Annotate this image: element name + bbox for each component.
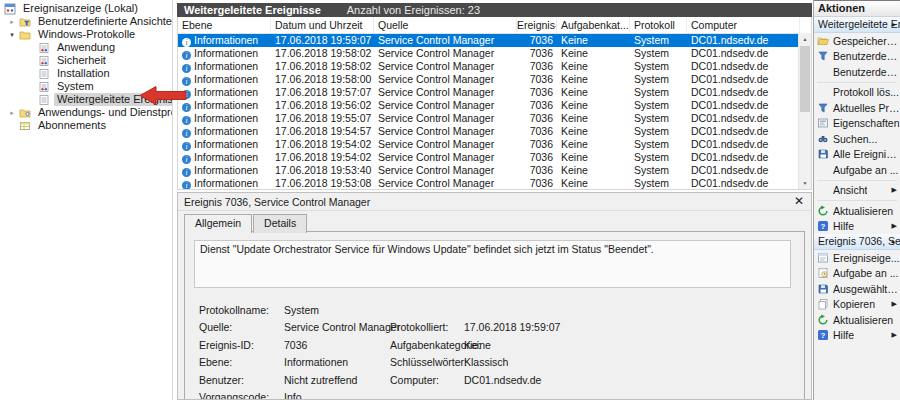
cell-computer: DC01.ndsedv.de <box>687 125 800 138</box>
column-header[interactable]: Computer <box>687 17 800 33</box>
action-item-label: Protokoll lös... <box>833 86 899 98</box>
action-item[interactable]: Aufgabe an ... <box>814 266 900 282</box>
column-header[interactable]: Aufgabenkat... <box>557 17 630 33</box>
events-table-scrollbar[interactable]: ▲ ▼ <box>798 33 811 189</box>
copy-icon <box>817 298 830 310</box>
cell-log: System <box>630 34 687 47</box>
tab-details[interactable]: Details <box>253 214 307 233</box>
event-row[interactable]: iInformationen17.06.2018 19:56:02Service… <box>178 99 811 112</box>
action-item[interactable]: ?Hilfe▶ <box>814 219 900 235</box>
cell-source: Service Control Manager <box>374 47 517 60</box>
event-row[interactable]: iInformationen17.06.2018 19:55:07Service… <box>178 112 811 125</box>
tree-item[interactable]: Anwendung <box>0 41 172 54</box>
field-label: Protokolliert: <box>390 321 448 333</box>
cell-datetime: 17.06.2018 19:53:08 <box>271 177 374 190</box>
action-item[interactable]: Aktualisieren <box>814 312 900 328</box>
collapse-arrow-icon[interactable]: ▾ <box>5 28 19 41</box>
scrollbar-thumb[interactable] <box>800 46 810 112</box>
close-icon[interactable]: ✕ <box>794 194 804 208</box>
action-item[interactable]: Ausgewählte... <box>814 281 900 297</box>
event-detail-pane: Ereignis 7036, Service Control Manager ✕… <box>177 192 812 400</box>
cell-level: Informationen <box>194 86 258 98</box>
cell-id: 7036 <box>517 99 557 112</box>
action-item[interactable]: Aktuelles Pro... <box>814 100 900 116</box>
field-value: Info <box>284 391 302 399</box>
cell-category: Keine <box>557 60 630 73</box>
action-item-label: Ausgewählte... <box>833 283 900 295</box>
tree-item[interactable]: ▾Windows-Protokolle <box>0 28 172 41</box>
action-item[interactable]: Ansicht▶ <box>814 183 900 199</box>
action-item[interactable]: Alle Ereigniss... <box>814 147 900 163</box>
cell-category: Keine <box>557 99 630 112</box>
action-item[interactable]: Kopieren▶ <box>814 297 900 313</box>
tree-item[interactable]: Abonnements <box>0 119 172 132</box>
tree-item[interactable]: Installation <box>0 67 172 80</box>
expand-arrow-icon[interactable]: ▸ <box>5 15 19 28</box>
folder-filter-icon <box>19 16 32 28</box>
actions-section-header[interactable]: Weitergeleitete Er...▲ <box>814 17 900 33</box>
field-value: 17.06.2018 19:59:07 <box>464 321 560 333</box>
cell-level: Informationen <box>194 151 258 163</box>
column-header[interactable]: Datum und Uhrzeit <box>271 17 374 33</box>
collapse-section-icon[interactable]: ▲ <box>890 17 896 32</box>
info-icon: i <box>182 168 191 177</box>
action-item[interactable]: Gespeicherte... <box>814 33 900 49</box>
action-item[interactable]: Aufgabe an ... <box>814 162 900 178</box>
event-row[interactable]: iInformationen17.06.2018 19:54:02Service… <box>178 138 811 151</box>
tree-item-root[interactable]: Ereignisanzeige (Lokal) <box>0 2 172 15</box>
actions-panel-title: Aktionen <box>814 0 900 17</box>
cell-datetime: 17.06.2018 19:55:07 <box>271 112 374 125</box>
action-item[interactable]: Ereigniseige... <box>814 250 900 266</box>
cell-id: 7036 <box>517 60 557 73</box>
field-value: Informationen <box>284 356 348 368</box>
column-header[interactable]: Ereignis-ID <box>517 17 557 33</box>
action-item[interactable]: Suchen... <box>814 131 900 147</box>
scroll-up-icon[interactable]: ▲ <box>799 33 811 45</box>
event-row[interactable]: iInformationen17.06.2018 19:54:57Service… <box>178 125 811 138</box>
event-row[interactable]: iInformationen17.06.2018 19:58:02Service… <box>178 47 811 60</box>
detail-tabs: Allgemein Details <box>184 214 308 233</box>
collapse-section-icon[interactable]: ▲ <box>890 234 896 249</box>
event-row[interactable]: iInformationen17.06.2018 19:53:40Service… <box>178 164 811 177</box>
expand-arrow-icon[interactable]: ▸ <box>5 106 19 119</box>
scroll-down-icon[interactable]: ▼ <box>799 177 811 189</box>
field-label: Benutzer: <box>199 374 284 386</box>
info-icon: i <box>182 142 191 151</box>
tree-item[interactable]: Sicherheit <box>0 54 172 67</box>
column-header[interactable]: Quelle <box>374 17 517 33</box>
cell-log: System <box>630 125 687 138</box>
cell-level: Informationen <box>194 99 258 111</box>
tree-item[interactable]: ▸Benutzerdefinierte Ansichten <box>0 15 172 28</box>
column-header[interactable]: Ebene <box>178 17 271 33</box>
submenu-arrow-icon: ▶ <box>892 222 897 230</box>
info-icon: i <box>182 181 191 190</box>
event-row[interactable]: iInformationen17.06.2018 19:53:08Service… <box>178 177 811 190</box>
action-item[interactable]: ?Hilfe▶ <box>814 328 900 344</box>
info-icon: i <box>182 155 191 164</box>
field-value: Keine <box>464 339 491 351</box>
event-message: Dienst "Update Orchestrator Service für … <box>194 240 791 288</box>
column-header[interactable]: Protokoll <box>630 17 687 33</box>
action-item-label: Suchen... <box>833 133 877 145</box>
event-row[interactable]: iInformationen17.06.2018 19:58:00Service… <box>178 73 811 86</box>
cell-id: 7036 <box>517 125 557 138</box>
event-row[interactable]: iInformationen17.06.2018 19:58:02Service… <box>178 60 811 73</box>
action-item[interactable]: Protokoll lös... <box>814 85 900 101</box>
action-item[interactable]: Aktualisieren <box>814 203 900 219</box>
event-row[interactable]: iInformationen17.06.2018 19:57:07Service… <box>178 86 811 99</box>
cell-category: Keine <box>557 164 630 177</box>
actions-section-header[interactable]: Ereignis 7036, Ser...▲ <box>814 234 900 250</box>
event-row[interactable]: iInformationen17.06.2018 19:59:07Service… <box>178 34 811 47</box>
info-icon: i <box>182 129 191 138</box>
field-label: Schlüsselwörter: <box>390 356 467 368</box>
action-item[interactable]: Eigenschaften <box>814 116 900 132</box>
action-item[interactable]: Benutzerdefi... <box>814 64 900 80</box>
tab-allgemein[interactable]: Allgemein <box>184 214 252 233</box>
cell-log: System <box>630 73 687 86</box>
action-item-label: Aufgabe an ... <box>833 267 898 279</box>
cell-category: Keine <box>557 125 630 138</box>
event-row[interactable]: iInformationen17.06.2018 19:54:02Service… <box>178 151 811 164</box>
action-item[interactable]: Benutzerdefi... <box>814 49 900 65</box>
events-panel-header: Weitergeleitete Ereignisse Anzahl von Er… <box>177 3 812 17</box>
cell-category: Keine <box>557 73 630 86</box>
